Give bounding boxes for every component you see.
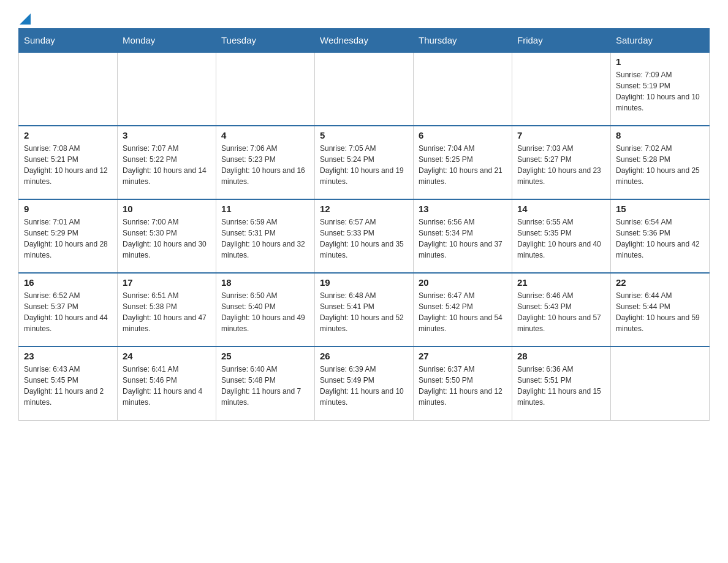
calendar-cell: 20Sunrise: 6:47 AM Sunset: 5:42 PM Dayli… [414,273,512,347]
calendar-cell: 3Sunrise: 7:07 AM Sunset: 5:22 PM Daylig… [118,126,216,199]
weekday-header-wednesday: Wednesday [315,29,414,53]
calendar-cell: 15Sunrise: 6:54 AM Sunset: 5:36 PM Dayli… [611,199,710,273]
day-number: 12 [320,204,408,214]
calendar-week-3: 9Sunrise: 7:01 AM Sunset: 5:29 PM Daylig… [19,199,710,273]
day-number: 4 [221,130,309,140]
day-info: Sunrise: 6:36 AM Sunset: 5:51 PM Dayligh… [517,364,605,408]
logo-triangle-icon [20,13,31,25]
calendar-cell: 17Sunrise: 6:51 AM Sunset: 5:38 PM Dayli… [118,273,216,347]
day-info: Sunrise: 6:52 AM Sunset: 5:37 PM Dayligh… [24,290,112,334]
page-header [18,12,710,22]
calendar-cell: 6Sunrise: 7:04 AM Sunset: 5:25 PM Daylig… [414,126,512,199]
calendar-week-2: 2Sunrise: 7:08 AM Sunset: 5:21 PM Daylig… [19,126,710,199]
calendar-cell [414,52,512,126]
day-number: 8 [616,130,704,140]
weekday-header-thursday: Thursday [414,29,512,53]
day-info: Sunrise: 7:04 AM Sunset: 5:25 PM Dayligh… [419,143,507,187]
day-info: Sunrise: 6:51 AM Sunset: 5:38 PM Dayligh… [123,290,211,334]
day-info: Sunrise: 6:37 AM Sunset: 5:50 PM Dayligh… [419,364,507,408]
calendar-cell: 24Sunrise: 6:41 AM Sunset: 5:46 PM Dayli… [118,347,216,420]
calendar-cell: 13Sunrise: 6:56 AM Sunset: 5:34 PM Dayli… [414,199,512,273]
day-info: Sunrise: 6:41 AM Sunset: 5:46 PM Dayligh… [123,364,211,408]
calendar-cell [118,52,216,126]
calendar-cell: 19Sunrise: 6:48 AM Sunset: 5:41 PM Dayli… [315,273,414,347]
calendar-cell [512,52,611,126]
day-info: Sunrise: 7:01 AM Sunset: 5:29 PM Dayligh… [24,216,112,261]
day-info: Sunrise: 6:56 AM Sunset: 5:34 PM Dayligh… [419,216,507,261]
calendar-cell: 1Sunrise: 7:09 AM Sunset: 5:19 PM Daylig… [611,52,710,126]
day-info: Sunrise: 6:46 AM Sunset: 5:43 PM Dayligh… [517,290,605,334]
weekday-header-saturday: Saturday [611,29,710,53]
day-number: 2 [24,130,112,140]
day-number: 18 [221,277,309,288]
day-info: Sunrise: 6:39 AM Sunset: 5:49 PM Dayligh… [320,364,408,408]
day-info: Sunrise: 7:07 AM Sunset: 5:22 PM Dayligh… [123,143,211,187]
svg-marker-0 [20,13,31,25]
day-info: Sunrise: 7:00 AM Sunset: 5:30 PM Dayligh… [123,216,211,261]
day-number: 5 [320,130,408,140]
weekday-header-friday: Friday [512,29,611,53]
day-info: Sunrise: 7:02 AM Sunset: 5:28 PM Dayligh… [616,143,704,187]
day-info: Sunrise: 7:06 AM Sunset: 5:23 PM Dayligh… [221,143,309,187]
weekday-header-sunday: Sunday [19,29,118,53]
day-info: Sunrise: 6:43 AM Sunset: 5:45 PM Dayligh… [24,364,112,408]
day-number: 23 [24,351,112,361]
calendar-cell: 4Sunrise: 7:06 AM Sunset: 5:23 PM Daylig… [216,126,315,199]
calendar-week-1: 1Sunrise: 7:09 AM Sunset: 5:19 PM Daylig… [19,52,710,126]
calendar-cell [611,347,710,420]
logo [18,12,31,22]
day-number: 17 [123,277,211,288]
day-number: 25 [221,351,309,361]
day-number: 20 [419,277,507,288]
day-number: 26 [320,351,408,361]
day-info: Sunrise: 6:44 AM Sunset: 5:44 PM Dayligh… [616,290,704,334]
calendar-cell: 5Sunrise: 7:05 AM Sunset: 5:24 PM Daylig… [315,126,414,199]
calendar-cell: 11Sunrise: 6:59 AM Sunset: 5:31 PM Dayli… [216,199,315,273]
day-number: 24 [123,351,211,361]
day-info: Sunrise: 6:55 AM Sunset: 5:35 PM Dayligh… [517,216,605,261]
calendar-cell: 10Sunrise: 7:00 AM Sunset: 5:30 PM Dayli… [118,199,216,273]
calendar-header-row: SundayMondayTuesdayWednesdayThursdayFrid… [19,29,710,53]
calendar-cell [216,52,315,126]
day-number: 21 [517,277,605,288]
calendar-cell: 12Sunrise: 6:57 AM Sunset: 5:33 PM Dayli… [315,199,414,273]
day-number: 3 [123,130,211,140]
calendar-cell: 25Sunrise: 6:40 AM Sunset: 5:48 PM Dayli… [216,347,315,420]
calendar-cell [315,52,414,126]
day-info: Sunrise: 6:40 AM Sunset: 5:48 PM Dayligh… [221,364,309,408]
day-info: Sunrise: 6:59 AM Sunset: 5:31 PM Dayligh… [221,216,309,261]
day-info: Sunrise: 6:50 AM Sunset: 5:40 PM Dayligh… [221,290,309,334]
weekday-header-tuesday: Tuesday [216,29,315,53]
day-number: 27 [419,351,507,361]
day-info: Sunrise: 6:48 AM Sunset: 5:41 PM Dayligh… [320,290,408,334]
calendar-cell: 14Sunrise: 6:55 AM Sunset: 5:35 PM Dayli… [512,199,611,273]
calendar-cell: 8Sunrise: 7:02 AM Sunset: 5:28 PM Daylig… [611,126,710,199]
calendar-cell: 18Sunrise: 6:50 AM Sunset: 5:40 PM Dayli… [216,273,315,347]
day-number: 19 [320,277,408,288]
day-number: 10 [123,204,211,214]
calendar-cell: 23Sunrise: 6:43 AM Sunset: 5:45 PM Dayli… [19,347,118,420]
calendar-cell: 26Sunrise: 6:39 AM Sunset: 5:49 PM Dayli… [315,347,414,420]
day-number: 14 [517,204,605,214]
calendar-cell: 27Sunrise: 6:37 AM Sunset: 5:50 PM Dayli… [414,347,512,420]
calendar-table: SundayMondayTuesdayWednesdayThursdayFrid… [18,28,710,421]
day-info: Sunrise: 7:03 AM Sunset: 5:27 PM Dayligh… [517,143,605,187]
day-info: Sunrise: 7:08 AM Sunset: 5:21 PM Dayligh… [24,143,112,187]
calendar-week-5: 23Sunrise: 6:43 AM Sunset: 5:45 PM Dayli… [19,347,710,420]
day-number: 16 [24,277,112,288]
day-number: 13 [419,204,507,214]
day-number: 22 [616,277,704,288]
calendar-week-4: 16Sunrise: 6:52 AM Sunset: 5:37 PM Dayli… [19,273,710,347]
day-number: 11 [221,204,309,214]
day-number: 28 [517,351,605,361]
weekday-header-monday: Monday [118,29,216,53]
calendar-cell: 7Sunrise: 7:03 AM Sunset: 5:27 PM Daylig… [512,126,611,199]
calendar-cell: 28Sunrise: 6:36 AM Sunset: 5:51 PM Dayli… [512,347,611,420]
day-info: Sunrise: 6:54 AM Sunset: 5:36 PM Dayligh… [616,216,704,261]
calendar-cell: 2Sunrise: 7:08 AM Sunset: 5:21 PM Daylig… [19,126,118,199]
day-info: Sunrise: 7:05 AM Sunset: 5:24 PM Dayligh… [320,143,408,187]
day-number: 9 [24,204,112,214]
day-number: 7 [517,130,605,140]
calendar-cell: 16Sunrise: 6:52 AM Sunset: 5:37 PM Dayli… [19,273,118,347]
day-info: Sunrise: 7:09 AM Sunset: 5:19 PM Dayligh… [616,69,704,113]
